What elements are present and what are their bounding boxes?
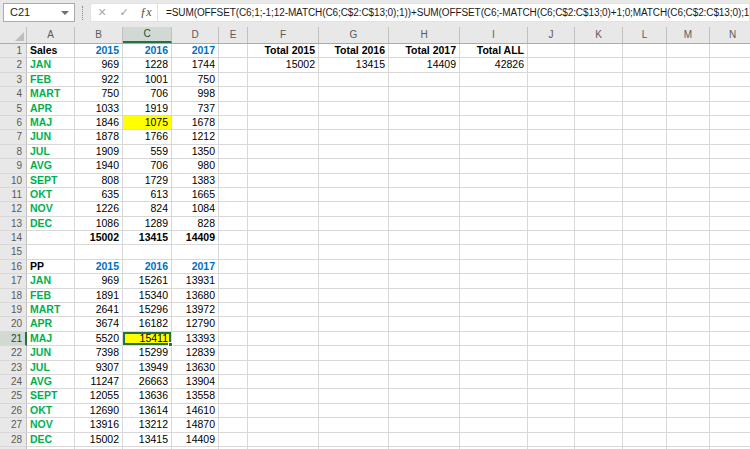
- cell-A27[interactable]: NOV: [27, 418, 75, 432]
- cell-J22[interactable]: [528, 346, 575, 360]
- cell-J20[interactable]: [528, 317, 575, 331]
- cell-N8[interactable]: [710, 145, 750, 159]
- cell-M18[interactable]: [667, 289, 710, 303]
- cell-A6[interactable]: MAJ: [27, 116, 75, 130]
- cell-C14[interactable]: 13415: [123, 231, 172, 245]
- cell-M16[interactable]: [667, 260, 710, 274]
- cell-L5[interactable]: [623, 102, 667, 116]
- cell-I15[interactable]: [460, 245, 528, 259]
- cell-G3[interactable]: [319, 73, 389, 87]
- column-header-D[interactable]: D: [172, 27, 219, 43]
- cell-F6[interactable]: [248, 116, 319, 130]
- cell-K14[interactable]: [575, 231, 623, 245]
- cell-N24[interactable]: [710, 375, 750, 389]
- cell-K12[interactable]: [575, 202, 623, 216]
- cell-M25[interactable]: [667, 389, 710, 403]
- cell-C10[interactable]: 1729: [123, 174, 172, 188]
- cell-B20[interactable]: 3674: [75, 317, 123, 331]
- cell-H3[interactable]: [389, 73, 460, 87]
- cell-F27[interactable]: [248, 418, 319, 432]
- cell-H21[interactable]: [389, 332, 460, 346]
- cell-N4[interactable]: [710, 87, 750, 101]
- cell-A14[interactable]: [27, 231, 75, 245]
- cell-K27[interactable]: [575, 418, 623, 432]
- cell-G25[interactable]: [319, 389, 389, 403]
- cell-B17[interactable]: 969: [75, 274, 123, 288]
- cell-A9[interactable]: AVG: [27, 159, 75, 173]
- column-header-G[interactable]: G: [319, 27, 389, 43]
- cell-H22[interactable]: [389, 346, 460, 360]
- cell-L24[interactable]: [623, 375, 667, 389]
- cell-G13[interactable]: [319, 217, 389, 231]
- cell-K13[interactable]: [575, 217, 623, 231]
- cell-B27[interactable]: 13916: [75, 418, 123, 432]
- cell-M24[interactable]: [667, 375, 710, 389]
- cell-E13[interactable]: [219, 217, 248, 231]
- cell-N15[interactable]: [710, 245, 750, 259]
- insert-function-icon[interactable]: ƒx: [135, 5, 157, 20]
- row-header-24[interactable]: 24: [0, 375, 27, 389]
- cell-C13[interactable]: 1289: [123, 217, 172, 231]
- cell-D24[interactable]: 13904: [172, 375, 219, 389]
- row-header-25[interactable]: 25: [0, 389, 27, 403]
- cell-I25[interactable]: [460, 389, 528, 403]
- cell-E24[interactable]: [219, 375, 248, 389]
- cell-M27[interactable]: [667, 418, 710, 432]
- cell-J10[interactable]: [528, 174, 575, 188]
- cell-J18[interactable]: [528, 289, 575, 303]
- cell-G14[interactable]: [319, 231, 389, 245]
- cell-M2[interactable]: [667, 58, 710, 72]
- cell-F23[interactable]: [248, 361, 319, 375]
- cell-K22[interactable]: [575, 346, 623, 360]
- cell-F4[interactable]: [248, 87, 319, 101]
- cell-B19[interactable]: 2641: [75, 303, 123, 317]
- cell-E19[interactable]: [219, 303, 248, 317]
- cell-D18[interactable]: 13680: [172, 289, 219, 303]
- row-header-19[interactable]: 19: [0, 303, 27, 317]
- cell-J4[interactable]: [528, 87, 575, 101]
- cell-J28[interactable]: [528, 433, 575, 447]
- cell-F17[interactable]: [248, 274, 319, 288]
- cell-G18[interactable]: [319, 289, 389, 303]
- cell-B1[interactable]: 2015: [75, 44, 123, 58]
- cell-M23[interactable]: [667, 361, 710, 375]
- cell-H1[interactable]: Total 2017: [389, 44, 460, 58]
- cell-I12[interactable]: [460, 202, 528, 216]
- cell-M28[interactable]: [667, 433, 710, 447]
- cell-C19[interactable]: 15296: [123, 303, 172, 317]
- cell-E2[interactable]: [219, 58, 248, 72]
- name-box[interactable]: C21: [3, 3, 75, 22]
- cell-I10[interactable]: [460, 174, 528, 188]
- cell-G16[interactable]: [319, 260, 389, 274]
- cell-J19[interactable]: [528, 303, 575, 317]
- cell-D19[interactable]: 13972: [172, 303, 219, 317]
- column-header-N[interactable]: N: [710, 27, 750, 43]
- cell-L18[interactable]: [623, 289, 667, 303]
- cell-L7[interactable]: [623, 130, 667, 144]
- cell-J13[interactable]: [528, 217, 575, 231]
- row-header-10[interactable]: 10: [0, 174, 27, 188]
- row-header-8[interactable]: 8: [0, 145, 27, 159]
- cell-M13[interactable]: [667, 217, 710, 231]
- row-header-15[interactable]: 15: [0, 245, 27, 259]
- cancel-icon[interactable]: ✕: [91, 6, 113, 19]
- cell-J12[interactable]: [528, 202, 575, 216]
- cell-N6[interactable]: [710, 116, 750, 130]
- cell-B14[interactable]: 15002: [75, 231, 123, 245]
- cell-E3[interactable]: [219, 73, 248, 87]
- cell-F12[interactable]: [248, 202, 319, 216]
- cell-L1[interactable]: [623, 44, 667, 58]
- row-header-27[interactable]: 27: [0, 418, 27, 432]
- cell-F13[interactable]: [248, 217, 319, 231]
- cell-F18[interactable]: [248, 289, 319, 303]
- cell-B21[interactable]: 5520: [75, 332, 123, 346]
- cell-B8[interactable]: 1909: [75, 145, 123, 159]
- cell-A13[interactable]: DEC: [27, 217, 75, 231]
- formula-input[interactable]: =SUM(OFFSET(C6;1;-1;12-MATCH(C6;C$2:C$13…: [163, 7, 749, 18]
- cell-F8[interactable]: [248, 145, 319, 159]
- cell-B7[interactable]: 1878: [75, 130, 123, 144]
- cell-M5[interactable]: [667, 102, 710, 116]
- cell-H6[interactable]: [389, 116, 460, 130]
- cell-N2[interactable]: [710, 58, 750, 72]
- cell-E9[interactable]: [219, 159, 248, 173]
